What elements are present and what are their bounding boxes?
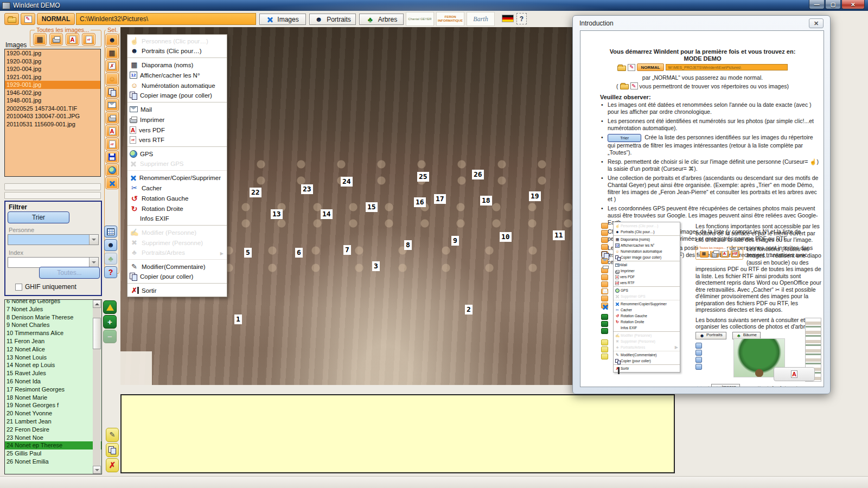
photo-number-label[interactable]: 23	[301, 184, 313, 194]
menu-cacher[interactable]: ✂ Cacher	[127, 183, 227, 193]
dialog-pdf-button[interactable]: A	[774, 367, 815, 381]
menu-imprimer[interactable]: Imprimer	[614, 268, 680, 274]
ghif-checkbox-row[interactable]: GHIF uniquement	[15, 283, 76, 291]
person-list-item[interactable]: 26 Nonet Emilia	[5, 458, 101, 466]
photo-number-label[interactable]: 22	[250, 188, 261, 197]
photo-number-label[interactable]: 7	[343, 245, 351, 255]
scroll-up-button[interactable]	[93, 300, 101, 308]
menu-imprimer[interactable]: Imprimer	[127, 114, 227, 125]
photo-number-label[interactable]: 3	[372, 261, 380, 271]
menu-renommer-copier-supprimer[interactable]: Renommer/Copier/Supprimer	[127, 172, 227, 183]
sel-pdf-button[interactable]: A	[105, 125, 119, 137]
photo-number-label[interactable]: 10	[500, 232, 512, 242]
person-combo-arrow[interactable]	[89, 235, 98, 245]
person-list-item[interactable]: 22 Feron Desire	[5, 426, 101, 434]
images-button[interactable]: Images	[259, 14, 306, 25]
photo-number-label[interactable]: 16	[414, 197, 426, 207]
image-list-item[interactable]: 20020525 145734-001.TIF	[5, 105, 100, 113]
menu-modifier-personne[interactable]: ✍ Modifier (Personne)	[127, 227, 227, 237]
maximize-button[interactable]: ▢	[825, 0, 841, 9]
person-list-item[interactable]: 6 Nonet ep Georges	[5, 299, 101, 305]
menu-supprimer-gps[interactable]: Supprimer GPS	[614, 293, 680, 300]
menu-portraits-arbres[interactable]: ♣ Portraits/Arbres	[127, 248, 227, 260]
photo-number-label[interactable]: 2	[465, 305, 473, 314]
photo-number-label[interactable]: 6	[295, 248, 303, 258]
image-list-item[interactable]: 1920-001.jpg	[5, 49, 100, 57]
menu-mail[interactable]: Mail	[614, 262, 680, 268]
image-list-item[interactable]: 20110531 115609-001.jpg	[5, 120, 100, 129]
sel-rtf-button[interactable]: rtf	[105, 138, 119, 150]
menu-copier-pour-coller[interactable]: Copier (pour coller)	[127, 272, 227, 284]
menu-diaporama[interactable]: ▦ Diaporama (noms)	[614, 236, 680, 242]
person-list-item[interactable]: 23 Nonet Noe	[5, 434, 101, 442]
image-list-item[interactable]: 1948-001.jpg	[5, 97, 100, 105]
menu-supprimer-personne[interactable]: ✖ Supprimer (Personne)	[614, 338, 680, 344]
sort-button[interactable]: Trier	[8, 211, 69, 223]
menu-rotation-droite[interactable]: ↻ Rotation Droite	[614, 319, 680, 325]
pdf-all-button[interactable]: A	[66, 33, 79, 46]
person-list-item[interactable]: 10 Timmermans Alice	[5, 329, 101, 337]
image-list-item[interactable]: 1920-003.jpg	[5, 57, 100, 66]
menu-portraits[interactable]: ☻ Portraits (Clic pour…)	[127, 46, 227, 58]
sel-hide-numbers-button[interactable]: ✗	[105, 60, 119, 72]
person-list-item[interactable]: 9 Nonet Charles	[5, 321, 101, 329]
person-list-item[interactable]: 13 Nonet Louis	[5, 354, 101, 362]
menu-sortir[interactable]: ✗ Sortir	[614, 365, 680, 371]
menu-sortir[interactable]: ✗ Sortir	[127, 285, 227, 296]
help-red-button[interactable]: ?	[104, 266, 117, 278]
menu-diaporama[interactable]: ▦ Diaporama (noms)	[127, 60, 227, 70]
delete-comment-button[interactable]: ✗	[106, 458, 119, 472]
person-list-item[interactable]: 8 Denison Marie Therese	[5, 313, 101, 322]
menu-numerotation-auto[interactable]: ☺ Numérotation automatique	[127, 80, 227, 91]
menu-copier-image[interactable]: Copier image (pour coller)	[127, 91, 227, 102]
person-list-item[interactable]: 15 Ravet Jules	[5, 369, 101, 377]
remove-person-button[interactable]: −	[103, 330, 117, 343]
person-list-item[interactable]: 19 Nonet Georges f	[5, 401, 101, 409]
menu-gps[interactable]: GPS	[127, 149, 227, 159]
open-folder-button[interactable]	[4, 13, 19, 25]
menu-renommer-copier-supprimer[interactable]: Renommer/Copier/Supprimer	[614, 301, 680, 307]
menu-copier-image[interactable]: Copier image (pour coller)	[614, 254, 680, 261]
photo-number-label[interactable]: 15	[366, 202, 378, 212]
slideshow-all-button[interactable]: ▦	[33, 33, 47, 46]
menu-copier-pour-coller[interactable]: Copier (pour coller)	[614, 358, 680, 365]
menu-infos-exif[interactable]: Infos EXIF	[127, 214, 227, 226]
menu-personnes[interactable]: ☝ Personnes (Clic pour…)	[127, 36, 227, 46]
menu-gps[interactable]: GPS	[614, 287, 680, 293]
sel-portrait-button[interactable]: ☻	[105, 34, 119, 46]
select-images-button[interactable]: ✎	[21, 13, 35, 25]
person-list-item[interactable]: 25 Gillis Paul	[5, 450, 101, 458]
sel-mail-button[interactable]	[105, 99, 119, 111]
person-list-item[interactable]: 24 Nonet ep Therese	[5, 441, 101, 450]
path-field[interactable]: C:\WinIdent32\Pictures\	[76, 13, 256, 25]
close-button[interactable]: ✕	[841, 0, 865, 9]
menu-personnes[interactable]: ☝ Personnes (Clic pour…)	[614, 223, 680, 229]
person-list-item[interactable]: 17 Resimont Georges	[5, 386, 101, 394]
tree-view-button[interactable]: ♣	[104, 253, 117, 265]
photo-number-label[interactable]: 13	[271, 209, 283, 219]
menu-rotation-gauche[interactable]: ↺ Rotation Gauche	[127, 193, 227, 203]
person-list-item[interactable]: 11 Feron Jean	[5, 337, 101, 345]
add-person-button[interactable]: +	[103, 315, 117, 329]
photo-number-label[interactable]: 5	[244, 248, 252, 258]
sel-auto-number-button[interactable]: ☺	[105, 73, 119, 85]
menu-vers-pdf[interactable]: A vers PDF	[127, 125, 227, 135]
menu-supprimer-gps[interactable]: Supprimer GPS	[127, 159, 227, 171]
menu-vers-pdf[interactable]: A vers PDF	[614, 274, 680, 280]
menu-infos-exif[interactable]: Infos EXIF	[614, 325, 680, 332]
people-scrollbar[interactable]	[93, 300, 101, 474]
menu-vers-rtf[interactable]: rtf vers RTF	[614, 280, 680, 287]
sel-save-button[interactable]	[105, 151, 119, 163]
menu-afficher-cacher-n[interactable]: 12 Afficher/cacher les N°	[614, 242, 680, 248]
rtf-all-button[interactable]: rtf	[82, 33, 95, 46]
person-list-item[interactable]: 18 Nonet Marie	[5, 394, 101, 402]
help-button[interactable]: ?	[516, 13, 527, 24]
photo-number-label[interactable]: 18	[480, 196, 492, 206]
person-list-item[interactable]: 16 Nonet Ida	[5, 377, 101, 386]
edit-comment-button[interactable]: ✎	[106, 428, 119, 442]
title-bar[interactable]: WinIdent DEMO — ▢ ✕	[0, 0, 868, 11]
image-list-item[interactable]: 20100403 130047-001.JPG	[5, 112, 100, 120]
photo-number-label[interactable]: 17	[434, 194, 446, 204]
sel-copy-button[interactable]	[105, 86, 119, 98]
menu-afficher-cacher-n[interactable]: 12 Afficher/cacher les N°	[127, 70, 227, 80]
